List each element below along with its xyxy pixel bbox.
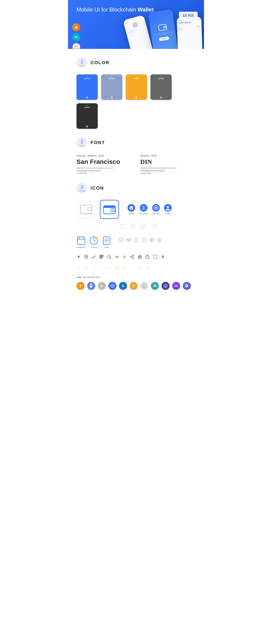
svg-point-20 [131,208,132,209]
svg-line-96 [162,266,164,269]
font-section-number: 2 TWO [76,137,87,148]
tool-icons-ghost [76,263,196,272]
bitcoin-icon: ₿ [76,282,84,290]
font-sf: Regular · Medium · Bold San Francisco AB… [76,154,132,174]
order-icon-svg [102,236,111,245]
icon-exchange: Exchange [140,204,148,215]
bottom-spacer [76,290,196,298]
font-din: Medium · Bold DIN ABCDEFGHIJKLMNOPQRSTUV… [140,154,196,174]
wireframe-grid-icon [76,200,96,219]
resize-icon [153,254,157,259]
plus-icon [76,254,81,259]
icon-assets: Assets [128,204,135,215]
phone-mockups: Profile ● Mangment ● Message ● Red Catio… [123,11,204,49]
wallet-svg-blue [103,204,116,215]
svg-marker-100 [90,286,91,288]
svg-point-82 [139,256,140,258]
sketch-badge [72,24,80,32]
font-display: Regular · Medium · Bold San Francisco AB… [76,154,196,174]
svg-rect-15 [104,206,116,208]
svg-rect-67 [100,256,101,256]
svg-line-80 [131,256,133,256]
svg-rect-69 [100,258,101,258]
svg-point-56 [160,239,160,239]
svg-marker-99 [91,286,93,288]
color-swatch-orange: # F5A623 [126,74,147,100]
svg-rect-3 [163,26,166,28]
utility-icons-row [119,238,162,242]
svg-point-25 [155,207,157,209]
dash-icon: D [119,282,127,290]
nav-icons-ghost-row [119,223,196,230]
circle-icon [142,238,146,242]
svg-point-50 [142,238,146,242]
ardor-icon [151,282,159,290]
screens-badge: 60+ Screens [72,43,80,49]
neo-icon [108,282,116,290]
phone-right: myWallet12-298 6,297,502.12 ━━━━━━━━━━━━… [177,16,202,49]
chevron-left-icon [122,254,127,259]
zcash-icon: Z [130,282,138,290]
upload-icon [145,254,150,259]
layers-icon [127,238,131,242]
svg-rect-13 [88,208,92,210]
font-section-header: 2 TWO FONT [76,137,196,148]
phone-left: Profile ● Mangment ● Message ● Red Catio… [123,15,153,49]
color-swatch-grey: # 666666 [150,74,172,100]
svg-rect-36 [77,237,85,244]
doc-edit-icon [84,254,88,259]
svg-point-30 [130,223,136,230]
svg-point-91 [108,266,110,268]
wallet-icon-hero [158,23,167,32]
color-section-number: 1 ONE [76,58,87,68]
color-swatches: # 3574FA # 8DA0C8 # [76,74,196,129]
svg-rect-68 [102,256,103,256]
phone-center: Character may be transferred in the grea… [148,9,178,49]
svg-point-17 [112,210,114,211]
svg-marker-76 [115,255,118,258]
svg-rect-90 [100,266,101,267]
svg-point-27 [167,206,169,208]
icon-discover: Discover [152,204,160,215]
qr-icon [100,254,104,259]
tool-icons-active [76,252,196,261]
star-icon-ghost [115,265,119,270]
settings-icon [138,254,142,259]
icon-wireframe-area: Assets Exchange Discover [76,200,196,219]
app-nav-icons-row: Mangment History Order [76,236,196,248]
svg-marker-97 [91,283,93,286]
check-icon [92,254,96,259]
icon-order: Order [102,236,111,248]
svg-line-81 [131,257,133,258]
svg-point-35 [153,225,155,226]
close-icon [161,254,165,259]
star-icon-active [115,254,119,259]
svg-point-33 [143,226,144,227]
wallet-icon-blue [100,200,119,219]
photoshop-badge: Ps [72,33,80,41]
svg-point-49 [127,238,131,240]
svg-line-75 [110,258,111,258]
wireframe-grid-container [76,200,96,219]
polygon-icon [172,282,180,290]
svg-point-78 [133,258,134,259]
svg-rect-89 [85,266,87,269]
nav-icons-row: Assets Exchange Discover [128,204,172,215]
grid-crypto-icon [140,282,148,290]
icon-profile: Profile [164,204,172,215]
icon-section-header: 3 THREE ICON [76,183,196,194]
blockchain-label: BlockChain Icon [76,276,196,278]
speech-icon [150,238,154,242]
exchange-icon [140,204,148,212]
ethereum-icon [87,282,95,290]
profile-icon [164,204,172,212]
color-swatch-grey-blue: # 8DA0C8 [101,74,122,100]
svg-point-94 [139,267,140,268]
svg-marker-98 [90,283,91,286]
svg-rect-95 [146,266,149,269]
color-section-header: 1 ONE COLOR [76,58,196,68]
icon-history: History [89,236,98,248]
discover-icon [152,204,160,212]
hero-section: Mobile UI for Blockchain Wallet UI Kit P… [68,0,204,49]
mangment-icon-svg [76,236,86,245]
